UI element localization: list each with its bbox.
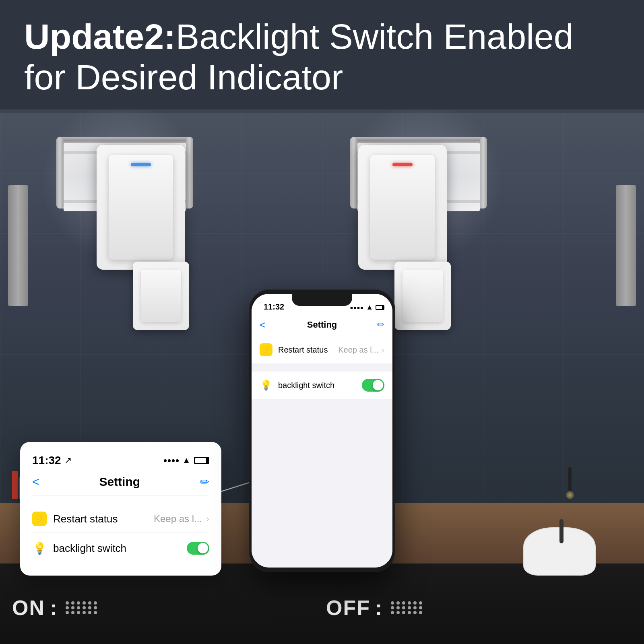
toggle-thumb-large <box>373 380 383 390</box>
rack-arm-left <box>56 137 64 208</box>
off-label: OFF : <box>326 596 423 620</box>
scene: ON : <box>0 113 644 644</box>
switch-button-large-left <box>109 155 173 260</box>
dot <box>419 601 422 605</box>
on-label: ON : <box>12 596 98 620</box>
dot <box>88 611 91 614</box>
on-text: ON <box>12 596 45 620</box>
signal-dot-3 <box>172 459 175 462</box>
dot <box>402 611 405 614</box>
dot <box>71 611 74 614</box>
dot <box>66 606 69 609</box>
backlight-toggle-large[interactable] <box>362 379 384 392</box>
dot <box>391 606 394 609</box>
signal-dots <box>164 459 179 462</box>
dot <box>83 601 86 605</box>
phone-large-backlight-label: backlight switch <box>278 381 362 390</box>
phone-card-backlight-label: backlight switch <box>53 542 187 555</box>
dot <box>413 611 417 614</box>
dot <box>408 601 411 605</box>
dot <box>396 606 400 609</box>
phone-large-backlight-row[interactable]: 💡 backlight switch <box>252 372 392 399</box>
dot <box>83 606 86 609</box>
phone-large-content: ⚡ Restart status Keep as l... › 💡 backli… <box>252 336 392 568</box>
phone-large-restart-row[interactable]: ⚡ Restart status Keep as l... › <box>252 336 392 363</box>
phone-card-back-button[interactable]: < <box>32 475 39 489</box>
phone-card-title: Setting <box>99 475 140 489</box>
dot <box>66 601 69 605</box>
signal-dot-4 <box>176 459 179 462</box>
dot <box>413 606 417 609</box>
phone-large: 11:32 ●●●● ▲ < Setting ✏ <box>250 290 394 572</box>
bulb-icon-card: 💡 <box>33 542 47 555</box>
phone-large-restart-label: Restart status <box>278 345 338 355</box>
backlight-toggle-card[interactable] <box>187 542 209 555</box>
switch-button-small-right <box>402 270 443 322</box>
book-1 <box>12 471 18 499</box>
phone-large-screen: 11:32 ●●●● ▲ < Setting ✏ <box>252 294 392 568</box>
dot-matrix-left <box>66 601 98 614</box>
signal-dot-2 <box>168 459 171 462</box>
phone-card-restart-label: Restart status <box>53 513 154 525</box>
dot <box>408 611 411 614</box>
dot <box>88 606 91 609</box>
toggle-thumb-card <box>198 543 208 553</box>
dot <box>419 606 422 609</box>
wall-light-right <box>568 467 572 491</box>
phone-large-time: 11:32 <box>260 302 284 312</box>
dot <box>408 606 411 609</box>
phone-large-status-icons: ●●●● ▲ <box>350 303 384 312</box>
battery-icon <box>376 305 384 310</box>
phone-large-edit-button[interactable]: ✏ <box>377 320 384 330</box>
dot <box>94 611 97 614</box>
rack-arm-right <box>186 137 193 208</box>
phone-large-title: Setting <box>307 320 337 330</box>
faucet-right <box>559 519 564 543</box>
lightning-icon: ⚡ <box>262 345 270 354</box>
phone-large-back-button[interactable]: < <box>260 319 266 331</box>
signal-icon: ●●●● <box>350 304 363 311</box>
dot <box>94 601 97 605</box>
dot <box>396 611 400 614</box>
dot <box>71 601 74 605</box>
location-icon: ↗ <box>64 455 72 466</box>
dot <box>71 606 74 609</box>
title-bold: Update2: <box>24 17 176 56</box>
dot <box>391 611 394 614</box>
phone-card-restart-value: Keep as l... <box>154 513 202 524</box>
phone-large-restart-icon: ⚡ <box>260 343 272 356</box>
colon: : <box>50 596 58 620</box>
switch-plate-large-left <box>97 145 185 270</box>
lightning-icon-card: ⚡ <box>35 514 45 524</box>
off-colon: : <box>375 596 383 620</box>
battery-fill <box>376 306 382 309</box>
dot <box>402 606 405 609</box>
phone-large-restart-value: Keep as l... <box>338 345 378 355</box>
header: Update2:Backlight Switch Enabled for Des… <box>0 0 644 109</box>
phone-card-time: 11:32 <box>32 454 61 467</box>
switch-button-large-right <box>370 155 435 260</box>
dot <box>66 611 69 614</box>
phone-card-backlight-row[interactable]: 💡 backlight switch <box>32 533 209 564</box>
dot <box>391 601 394 605</box>
battery-card <box>194 457 209 464</box>
dot <box>77 606 80 609</box>
switch-plate-large-right <box>358 145 447 270</box>
phone-large-header: < Setting ✏ <box>252 314 392 336</box>
wifi-icon: ▲ <box>366 303 373 312</box>
bulb-icon: 💡 <box>260 380 272 391</box>
dot <box>83 611 86 614</box>
phone-card-status-icons: ▲ <box>164 455 209 466</box>
dot <box>88 601 91 605</box>
phone-card: 11:32 ↗ ▲ < Setting ✏ <box>20 442 221 576</box>
phone-card-status-bar: 11:32 ↗ ▲ <box>32 454 209 467</box>
phone-large-restart-chevron: › <box>382 345 384 355</box>
phone-card-restart-row[interactable]: ⚡ Restart status Keep as l... › <box>32 505 209 533</box>
switch-indicator-blue <box>131 163 151 166</box>
rack-arm-right-right <box>480 137 487 208</box>
page-title: Update2:Backlight Switch Enabled for Des… <box>24 16 620 97</box>
shelf-left <box>8 185 28 306</box>
off-text: OFF <box>326 596 370 620</box>
phone-large-notch <box>292 294 352 306</box>
dot <box>77 611 80 614</box>
